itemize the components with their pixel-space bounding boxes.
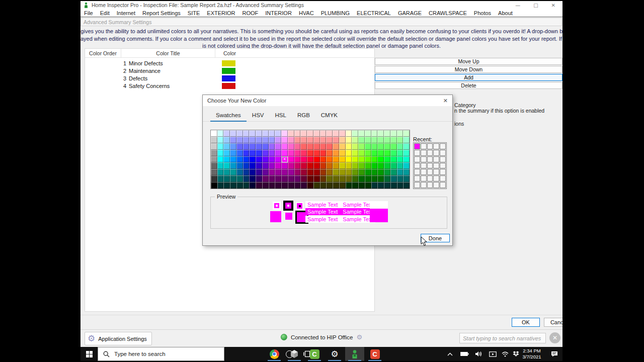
recent-swatch-empty[interactable] bbox=[427, 175, 433, 182]
swatch[interactable] bbox=[294, 169, 301, 175]
swatch[interactable] bbox=[275, 150, 281, 156]
swatch[interactable] bbox=[275, 156, 281, 163]
swatch[interactable] bbox=[300, 143, 307, 150]
swatch[interactable] bbox=[390, 156, 397, 163]
swatch[interactable] bbox=[390, 162, 397, 169]
swatch[interactable] bbox=[390, 130, 397, 137]
recent-swatch-empty[interactable] bbox=[421, 163, 427, 169]
swatch[interactable] bbox=[288, 143, 294, 150]
swatch[interactable] bbox=[217, 182, 224, 189]
swatch[interactable] bbox=[346, 182, 352, 189]
swatch[interactable] bbox=[352, 182, 358, 189]
swatch[interactable] bbox=[333, 175, 339, 182]
swatch[interactable] bbox=[326, 130, 333, 137]
swatch[interactable] bbox=[365, 156, 371, 163]
swatch[interactable] bbox=[223, 130, 230, 137]
swatch[interactable] bbox=[243, 169, 250, 175]
swatch[interactable] bbox=[390, 182, 397, 189]
swatch[interactable] bbox=[217, 143, 224, 150]
swatch[interactable] bbox=[358, 175, 365, 182]
tray-display-button[interactable] bbox=[486, 347, 499, 361]
swatch[interactable] bbox=[358, 162, 365, 169]
swatch[interactable] bbox=[223, 150, 230, 156]
recent-swatch-empty[interactable] bbox=[421, 156, 427, 162]
swatch[interactable] bbox=[339, 137, 346, 143]
swatch[interactable] bbox=[346, 175, 352, 182]
swatch[interactable] bbox=[326, 169, 333, 175]
swatch[interactable] bbox=[223, 143, 230, 150]
swatch[interactable] bbox=[352, 162, 358, 169]
swatch[interactable] bbox=[397, 156, 404, 163]
swatch[interactable] bbox=[320, 182, 327, 189]
swatch[interactable] bbox=[339, 150, 346, 156]
swatch[interactable] bbox=[371, 143, 378, 150]
swatch[interactable] bbox=[313, 150, 320, 156]
swatch[interactable] bbox=[269, 182, 275, 189]
swatch[interactable] bbox=[300, 175, 307, 182]
swatch[interactable] bbox=[223, 156, 230, 163]
recent-swatch-empty[interactable] bbox=[440, 182, 446, 188]
swatch[interactable] bbox=[365, 182, 371, 189]
swatch[interactable] bbox=[294, 150, 301, 156]
swatch[interactable] bbox=[275, 130, 281, 137]
tab-hsl[interactable]: HSL bbox=[270, 110, 292, 122]
recent-swatch-empty[interactable] bbox=[433, 175, 439, 182]
taskbar-chrome-button[interactable] bbox=[265, 347, 284, 361]
swatch[interactable] bbox=[339, 175, 346, 182]
swatch[interactable] bbox=[352, 143, 358, 150]
narratives-search-input[interactable] bbox=[459, 333, 546, 343]
swatch[interactable] bbox=[288, 150, 294, 156]
swatch[interactable] bbox=[307, 130, 313, 137]
menu-item-report-settings[interactable]: Report Settings bbox=[142, 10, 181, 16]
menu-item-photos[interactable]: Photos bbox=[474, 10, 491, 16]
swatch[interactable] bbox=[249, 169, 256, 175]
swatch[interactable] bbox=[262, 175, 269, 182]
swatch[interactable] bbox=[288, 137, 294, 143]
swatch[interactable] bbox=[294, 156, 301, 163]
swatch[interactable] bbox=[217, 162, 224, 169]
swatch[interactable] bbox=[339, 162, 346, 169]
swatch[interactable] bbox=[243, 182, 250, 189]
swatch[interactable] bbox=[384, 182, 390, 189]
swatch[interactable] bbox=[262, 137, 269, 143]
taskbar-settings-button[interactable]: ⚙ bbox=[325, 347, 344, 361]
swatch[interactable] bbox=[333, 130, 339, 137]
swatch[interactable] bbox=[346, 162, 352, 169]
close-icon[interactable]: ✕ bbox=[551, 3, 555, 8]
swatch[interactable] bbox=[346, 156, 352, 163]
swatch[interactable] bbox=[365, 143, 371, 150]
swatch[interactable] bbox=[403, 169, 410, 175]
recent-swatch-empty[interactable] bbox=[414, 150, 420, 156]
swatch[interactable] bbox=[346, 137, 352, 143]
swatch[interactable] bbox=[281, 143, 288, 150]
swatch[interactable] bbox=[294, 137, 301, 143]
swatch[interactable] bbox=[281, 175, 288, 182]
swatch[interactable] bbox=[236, 162, 243, 169]
swatch[interactable] bbox=[230, 182, 236, 189]
swatch[interactable] bbox=[300, 182, 307, 189]
swatch[interactable] bbox=[256, 137, 262, 143]
swatch[interactable] bbox=[211, 162, 217, 169]
swatch[interactable] bbox=[256, 175, 262, 182]
swatch[interactable] bbox=[346, 150, 352, 156]
taskbar-home-inspector-pro-button[interactable] bbox=[345, 347, 364, 361]
swatch[interactable] bbox=[243, 130, 250, 137]
swatch[interactable] bbox=[384, 162, 390, 169]
swatch[interactable] bbox=[230, 150, 236, 156]
swatch[interactable] bbox=[403, 156, 410, 163]
action-center-button[interactable] bbox=[547, 347, 561, 361]
swatch[interactable] bbox=[384, 137, 390, 143]
swatch[interactable] bbox=[230, 162, 236, 169]
table-row[interactable]: 1Minor Defects bbox=[85, 59, 374, 67]
swatch[interactable] bbox=[346, 143, 352, 150]
swatch[interactable] bbox=[294, 175, 301, 182]
swatch[interactable] bbox=[236, 169, 243, 175]
menu-item-edit[interactable]: Edit bbox=[100, 10, 110, 16]
recent-swatch-empty[interactable] bbox=[433, 163, 439, 169]
start-button[interactable] bbox=[80, 347, 98, 361]
swatch[interactable] bbox=[358, 137, 365, 143]
swatch[interactable] bbox=[371, 182, 378, 189]
swatch[interactable] bbox=[346, 130, 352, 137]
menu-item-roof[interactable]: ROOF bbox=[243, 10, 259, 16]
swatch[interactable] bbox=[281, 162, 288, 169]
